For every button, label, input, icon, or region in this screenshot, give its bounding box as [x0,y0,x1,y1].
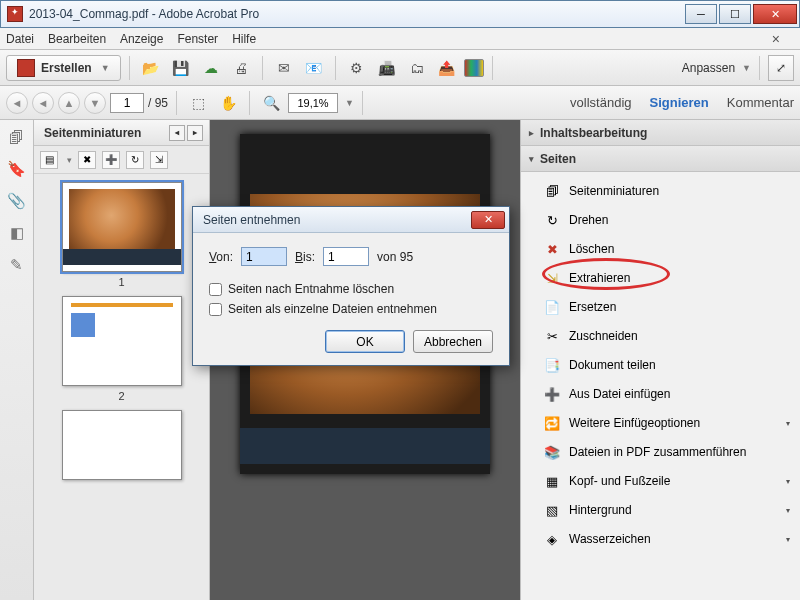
tab-tools[interactable]: vollständig [570,95,631,110]
thumb-rotate-icon[interactable]: ↻ [126,151,144,169]
menu-close-icon[interactable]: × [772,31,780,47]
customize-label[interactable]: Anpassen [682,61,735,75]
from-label: Von: [209,250,233,264]
hand-tool-icon[interactable]: ✋ [215,90,241,116]
chevron-down-icon[interactable]: ▾ [67,155,72,165]
tool-delete[interactable]: ✖Löschen [537,236,796,262]
minimize-button[interactable]: ─ [685,4,717,24]
tool-replace[interactable]: 📄Ersetzen [537,294,796,320]
page-first-button[interactable]: ◄ [6,92,28,114]
from-input[interactable] [241,247,287,266]
create-button[interactable]: Erstellen ▼ [6,55,121,81]
check-separate-files[interactable]: Seiten als einzelne Dateien entnehmen [209,302,493,316]
ok-button[interactable]: OK [325,330,405,353]
tools-panel: Inhaltsbearbeitung Seiten 🗐Seitenminiatu… [520,120,800,600]
page-up-button[interactable]: ▲ [58,92,80,114]
maximize-button[interactable]: ☐ [719,4,751,24]
tool-split[interactable]: 📑Dokument teilen [537,352,796,378]
save-icon[interactable]: 💾 [168,55,194,81]
thumbnail-page-1[interactable]: 1 [62,182,182,288]
gear-icon[interactable]: ⚙ [344,55,370,81]
chevron-down-icon[interactable]: ▼ [345,98,354,108]
to-input[interactable] [323,247,369,266]
more-icon: 🔁 [543,414,561,432]
cancel-button[interactable]: Abbrechen [413,330,493,353]
print-icon[interactable]: 🖨 [228,55,254,81]
thumbnail-toolbar: ▤ ▾ ✖ ➕ ↻ ⇲ [34,146,209,174]
thumb-insert-icon[interactable]: ➕ [102,151,120,169]
thumbnail-page-3[interactable] [62,410,182,480]
crop-icon: ✂ [543,327,561,345]
export-icon[interactable]: 📤 [434,55,460,81]
thumb-tool-icon[interactable]: ▤ [40,151,58,169]
chevron-down-icon: ▼ [742,63,751,73]
fullscreen-icon[interactable]: ⤢ [768,55,794,81]
page-total: / 95 [148,96,168,110]
panel-next-button[interactable]: ▸ [187,125,203,141]
page-prev-button[interactable]: ◄ [32,92,54,114]
thumbnail-page-2[interactable]: 2 [62,296,182,402]
tool-watermark[interactable]: ◈Wasserzeichen▾ [537,526,796,552]
signatures-icon[interactable]: ✎ [6,254,28,276]
window-titlebar: 2013-04_Commag.pdf - Adobe Acrobat Pro ─… [0,0,800,28]
tool-background[interactable]: ▧Hintergrund▾ [537,497,796,523]
tool-insert-from-file[interactable]: ➕Aus Datei einfügen [537,381,796,407]
window-title: 2013-04_Commag.pdf - Adobe Acrobat Pro [29,7,683,21]
insert-icon: ➕ [543,385,561,403]
thumbnail-panel-title: Seitenminiaturen [40,126,167,140]
zoom-input[interactable] [288,93,338,113]
checkbox-separate[interactable] [209,303,222,316]
section-content-editing[interactable]: Inhaltsbearbeitung [521,120,800,146]
left-rail: 🗐 🔖 📎 ◧ ✎ [0,120,34,600]
mail-icon[interactable]: 📧 [301,55,327,81]
menu-window[interactable]: Fenster [177,32,218,46]
share-icon[interactable]: ✉ [271,55,297,81]
tool-extract[interactable]: ⇲Extrahieren [537,265,796,291]
tool-rotate[interactable]: ↻Drehen [537,207,796,233]
page-down-button[interactable]: ▼ [84,92,106,114]
tab-sign[interactable]: Signieren [650,95,709,110]
thumbnails-tab-icon[interactable]: 🗐 [6,126,28,148]
section-pages[interactable]: Seiten [521,146,800,172]
panel-prev-button[interactable]: ◂ [169,125,185,141]
delete-icon: ✖ [543,240,561,258]
page-number-input[interactable] [110,93,144,113]
checkbox-delete[interactable] [209,283,222,296]
chevron-down-icon: ▼ [101,63,110,73]
tool-more-insert[interactable]: 🔁Weitere Einfügeoptionen▾ [537,410,796,436]
pages-icon: 🗐 [543,182,561,200]
menu-file[interactable]: Datei [6,32,34,46]
tool-thumbnails[interactable]: 🗐Seitenminiaturen [537,178,796,204]
dialog-close-button[interactable]: ✕ [471,211,505,229]
menu-help[interactable]: Hilfe [232,32,256,46]
combine-icon: 📚 [543,443,561,461]
scan-icon[interactable]: 📠 [374,55,400,81]
open-icon[interactable]: 📂 [138,55,164,81]
thumbnail-label: 2 [62,390,182,402]
form-icon[interactable]: 🗂 [404,55,430,81]
tool-crop[interactable]: ✂Zuschneiden [537,323,796,349]
tab-comment[interactable]: Kommentar [727,95,794,110]
menu-view[interactable]: Anzeige [120,32,163,46]
tool-header-footer[interactable]: ▦Kopf- und Fußzeile▾ [537,468,796,494]
close-button[interactable]: ✕ [753,4,797,24]
bookmark-icon[interactable]: 🔖 [6,158,28,180]
check-delete-after[interactable]: Seiten nach Entnahme löschen [209,282,493,296]
thumbnail-label: 1 [62,276,182,288]
toolbar-primary: Erstellen ▼ 📂 💾 ☁ 🖨 ✉ 📧 ⚙ 📠 🗂 📤 Anpassen… [0,50,800,86]
menu-edit[interactable]: Bearbeiten [48,32,106,46]
menu-bar: Datei Bearbeiten Anzeige Fenster Hilfe × [0,28,800,50]
zoom-marquee-icon[interactable]: 🔍 [258,90,284,116]
thumb-delete-icon[interactable]: ✖ [78,151,96,169]
header-icon: ▦ [543,472,561,490]
layers-icon[interactable]: ◧ [6,222,28,244]
color-icon[interactable] [464,59,484,77]
select-tool-icon[interactable]: ⬚ [185,90,211,116]
thumb-extract-icon[interactable]: ⇲ [150,151,168,169]
attachment-icon[interactable]: 📎 [6,190,28,212]
extract-icon: ⇲ [543,269,561,287]
tool-combine[interactable]: 📚Dateien in PDF zusammenführen [537,439,796,465]
cloud-icon[interactable]: ☁ [198,55,224,81]
toolbar-navigation: ◄ ◄ ▲ ▼ / 95 ⬚ ✋ 🔍 ▼ vollständig Signier… [0,86,800,120]
thumbnail-panel: Seitenminiaturen ◂ ▸ ▤ ▾ ✖ ➕ ↻ ⇲ 1 2 [34,120,210,600]
